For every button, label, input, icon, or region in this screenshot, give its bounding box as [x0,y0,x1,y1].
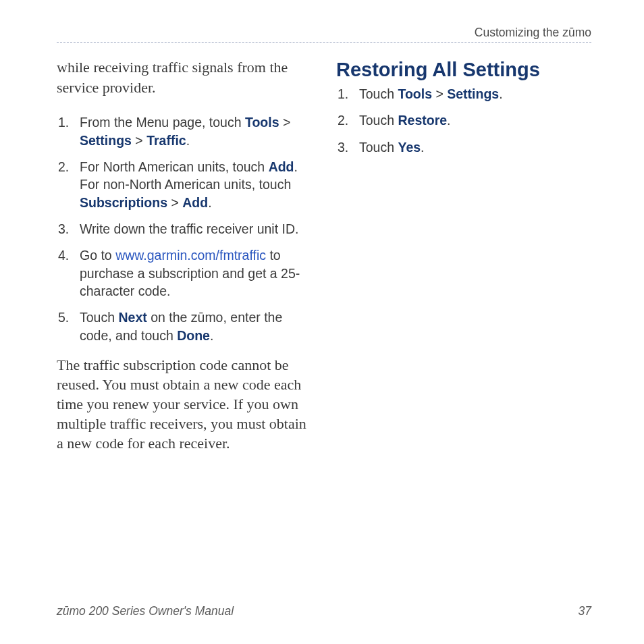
right-step-1: Touch Tools > Settings. [336,85,591,103]
page-footer: zūmo 200 Series Owner's Manual 37 [57,604,591,618]
left-step-5: Touch Next on the zūmo, enter the code, … [57,308,312,344]
bold-restore: Restore [398,113,447,128]
step-text: > [432,86,447,101]
section-header: Customizing the zūmo [57,26,591,43]
bold-add: Add [269,159,294,174]
bold-yes: Yes [398,140,421,155]
bold-traffic: Traffic [146,133,186,148]
content-columns: while receiving traffic signals from the… [57,57,591,453]
step-text: . [499,86,502,101]
step-text: > [279,115,291,130]
step-text: From the Menu page, touch [80,115,245,130]
link-fmtraffic[interactable]: www.garmin.com/fmtraffic [115,248,266,263]
right-step-3: Touch Yes. [336,138,591,156]
footer-title: zūmo 200 Series Owner's Manual [57,604,234,618]
step-text: Touch [359,140,398,155]
bold-done: Done [177,328,210,343]
right-column: Restoring All Settings Touch Tools > Set… [336,57,591,453]
step-text: For North American units, touch [80,159,269,174]
left-steps-list: From the Menu page, touch Tools > Settin… [57,113,312,344]
bold-settings: Settings [80,133,132,148]
step-text: Touch [359,113,398,128]
bold-next: Next [118,310,146,325]
footer-page-number: 37 [579,604,591,618]
closing-paragraph: The traffic subscription code cannot be … [57,355,312,453]
right-step-2: Touch Restore. [336,111,591,129]
restoring-heading: Restoring All Settings [336,59,591,81]
step-text: . [210,328,213,343]
step-text: Touch [359,86,398,101]
left-step-1: From the Menu page, touch Tools > Settin… [57,113,312,149]
bold-add2: Add [182,195,208,210]
step-text: Touch [80,310,118,325]
left-step-4: Go to www.garmin.com/fmtraffic to purcha… [57,246,312,300]
right-steps-list: Touch Tools > Settings. Touch Restore. T… [336,85,591,156]
bold-tools-r: Tools [398,86,432,101]
bold-tools: Tools [245,115,279,130]
intro-paragraph: while receiving traffic signals from the… [57,57,312,97]
left-column: while receiving traffic signals from the… [57,57,312,453]
left-step-3: Write down the traffic receiver unit ID. [57,220,312,238]
step-text: . [208,195,211,210]
step-text: > [132,133,146,148]
step-text: . [186,133,190,148]
step-text: . [421,140,424,155]
step-text: > [167,195,182,210]
step-text: . [447,113,450,128]
bold-settings-r: Settings [447,86,499,101]
bold-subscriptions: Subscriptions [80,195,167,210]
left-step-2: For North American units, touch Add. For… [57,158,312,211]
step-text: Go to [80,248,115,263]
